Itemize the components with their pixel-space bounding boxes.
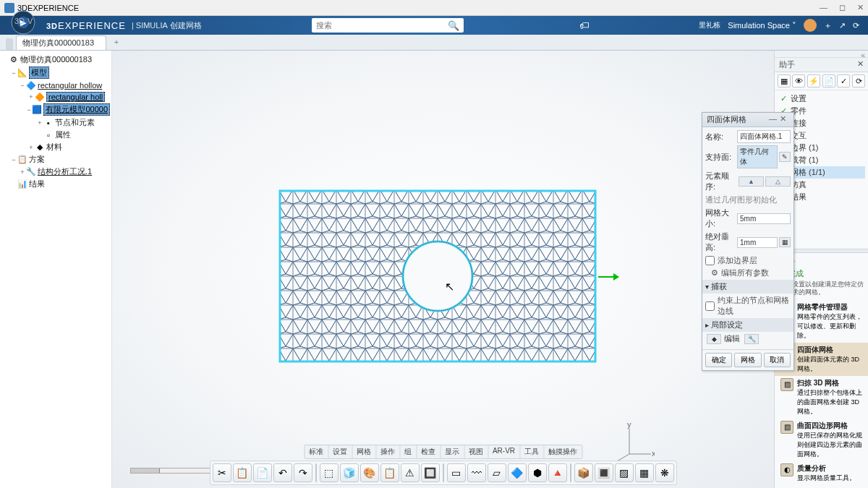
document-tab[interactable]: 物理仿真000000183 +: [16, 35, 106, 50]
toolbar-button[interactable]: ▭: [447, 463, 466, 482]
check-icon[interactable]: ✓: [837, 74, 850, 87]
toolbar-button[interactable]: ▨: [615, 463, 634, 482]
order-linear-icon[interactable]: ▲: [739, 176, 764, 187]
search-box[interactable]: 🔍: [312, 18, 464, 33]
edit-params-label[interactable]: 编辑所有参数: [721, 267, 769, 278]
assistant-toolbar[interactable]: ▦ 👁 ⚡ 📄 ✓ ⟳: [775, 72, 868, 90]
maximize-icon[interactable]: ◻: [839, 3, 846, 12]
support-pick-icon[interactable]: ✎: [779, 152, 791, 162]
toolbar-button[interactable]: 〰: [467, 463, 486, 482]
toolbar-button[interactable]: [570, 463, 571, 482]
ok-button[interactable]: 确定: [705, 353, 732, 367]
action-tab[interactable]: 触摸操作: [544, 445, 582, 458]
cancel-button[interactable]: 取消: [764, 353, 791, 367]
local-section[interactable]: ▸ 局部设定: [702, 318, 793, 332]
toolbar-button[interactable]: ↶: [273, 463, 292, 482]
capture-checkbox[interactable]: [705, 301, 715, 311]
space-label[interactable]: Simulation Space ˅: [728, 21, 796, 30]
new-tab-icon[interactable]: +: [114, 38, 119, 46]
toolbar-button[interactable]: 🔳: [595, 463, 613, 482]
name-field[interactable]: 四面体网格.1: [737, 130, 791, 143]
panel-min-icon[interactable]: —: [769, 114, 780, 123]
toolbar-button[interactable]: ↷: [294, 463, 312, 482]
action-tab[interactable]: 组: [400, 445, 417, 458]
sag-opts-icon[interactable]: ▦: [779, 237, 791, 247]
search-input[interactable]: [316, 21, 448, 30]
window-controls[interactable]: — ◻ ✕: [820, 3, 864, 12]
capture-section[interactable]: ▾ 捕获: [702, 280, 793, 294]
toolbar-button[interactable]: 🎨: [360, 463, 379, 482]
tree-item[interactable]: −📐模型: [1, 66, 110, 80]
spec-tree[interactable]: ⚙物理仿真000000183−📐模型−🔷rectangular hollow+🔶…: [0, 51, 112, 488]
add-icon[interactable]: ＋: [824, 20, 832, 31]
toolbar-button[interactable]: ▱: [488, 463, 506, 482]
local-spec-icon[interactable]: ◆: [707, 334, 721, 344]
toolbar-button[interactable]: 🔷: [508, 463, 527, 482]
refresh-icon[interactable]: ⟳: [852, 74, 865, 87]
action-tab[interactable]: 标准: [305, 445, 328, 458]
action-tab[interactable]: 视图: [464, 445, 488, 458]
eye-icon[interactable]: 👁: [792, 74, 805, 87]
grid-icon[interactable]: ▦: [778, 74, 791, 87]
toolbar-button[interactable]: 📦: [574, 463, 593, 482]
action-tab[interactable]: 检查: [417, 445, 441, 458]
local-edit-icon[interactable]: 🔧: [744, 334, 759, 344]
tree-item[interactable]: −🔷rectangular hollow: [1, 80, 110, 91]
toolbar-button[interactable]: 📋: [233, 463, 252, 482]
home-icon[interactable]: ⟳: [853, 21, 859, 30]
toolbar-button[interactable]: 📋: [380, 463, 399, 482]
command-item[interactable]: ◐质量分析显示网格质量工具。: [779, 461, 864, 485]
timeline-slider[interactable]: [130, 468, 217, 474]
toolbar-button[interactable]: 📄: [253, 463, 272, 482]
action-tab[interactable]: 工具: [520, 445, 544, 458]
diag-icon[interactable]: ⚡: [807, 74, 820, 87]
view-triad[interactable]: y x z: [611, 421, 655, 466]
tree-item[interactable]: +▪节点和元素: [1, 116, 110, 129]
toolbar-button[interactable]: [443, 463, 444, 482]
toolbar-button[interactable]: 🧊: [340, 463, 359, 482]
action-tab[interactable]: AR-VR: [488, 445, 520, 458]
toolbar-button[interactable]: ✂: [213, 463, 231, 482]
mesh-button[interactable]: 网格: [734, 353, 761, 367]
tree-item[interactable]: +🔶rectangular holl: [1, 91, 110, 103]
search-icon[interactable]: 🔍: [448, 20, 459, 31]
tree-item[interactable]: 📊结果: [1, 178, 110, 190]
check-row[interactable]: ✓设置: [778, 93, 865, 105]
viewport[interactable]: ↖ y x z ◢ 1 标准设置网格操作组检查显示视图AR-VR工具触摸操作 ✂…: [112, 51, 774, 488]
support-field[interactable]: 零件几何体: [737, 145, 778, 168]
action-tab[interactable]: 网格: [352, 445, 376, 458]
toolbar-button[interactable]: ▦: [635, 463, 654, 482]
tree-item[interactable]: +🔧结构分析工况.1: [1, 166, 110, 178]
tree-item[interactable]: −🟦有限元模型00000: [1, 103, 110, 116]
bottom-toolbar[interactable]: ✂📋📄↶↷⬚🧊🎨📋⚠🔲▭〰▱🔷⬢🔺📦🔳▨▦❋: [210, 461, 677, 485]
toolbar-button[interactable]: 🔲: [421, 463, 440, 482]
share-icon[interactable]: ↗: [839, 21, 846, 30]
close-icon[interactable]: ✕: [857, 3, 864, 12]
sag-field[interactable]: 1mm: [737, 237, 778, 248]
gear-icon[interactable]: ⚙: [711, 268, 718, 278]
compass-icon[interactable]: ▶3DV: [9, 8, 38, 37]
tree-item[interactable]: ⚙物理仿真000000183: [1, 53, 110, 66]
tab-handle[interactable]: [6, 38, 13, 50]
toolbar-button[interactable]: ⬚: [320, 463, 339, 482]
action-tab[interactable]: 操作: [376, 445, 400, 458]
toolbar-button[interactable]: 🔺: [548, 463, 567, 482]
action-tab[interactable]: 显示: [441, 445, 464, 458]
toolbar-button[interactable]: [315, 463, 317, 482]
size-field[interactable]: 5mm: [737, 213, 791, 224]
report-icon[interactable]: 📄: [822, 74, 835, 87]
panel-close-icon[interactable]: ✕: [780, 114, 789, 123]
assistant-close-icon[interactable]: ✕: [857, 59, 864, 70]
toolbar-button[interactable]: ⚠: [401, 463, 420, 482]
toolbar-button[interactable]: ⬢: [528, 463, 547, 482]
action-tabs[interactable]: 标准设置网格操作组检查显示视图AR-VR工具触摸操作: [304, 445, 582, 459]
command-item[interactable]: ▧曲面四边形网格使用已保存的网格化规则创建四边形元素的曲面网格。: [779, 419, 864, 461]
boundary-layer-checkbox[interactable]: [705, 256, 715, 265]
toolbar-button[interactable]: ❋: [655, 463, 674, 482]
panel-header[interactable]: 四面体网格 —✕: [702, 113, 793, 127]
tree-item[interactable]: −📋方案: [1, 153, 110, 166]
order-quad-icon[interactable]: △: [765, 176, 791, 187]
command-item[interactable]: ▨扫掠 3D 网格通过扫掠整个包络体上的曲面网格来创建 3D 网格。: [779, 376, 864, 419]
assistant-collapse-icon[interactable]: «: [775, 51, 868, 58]
tree-item[interactable]: +◆材料: [1, 141, 110, 153]
